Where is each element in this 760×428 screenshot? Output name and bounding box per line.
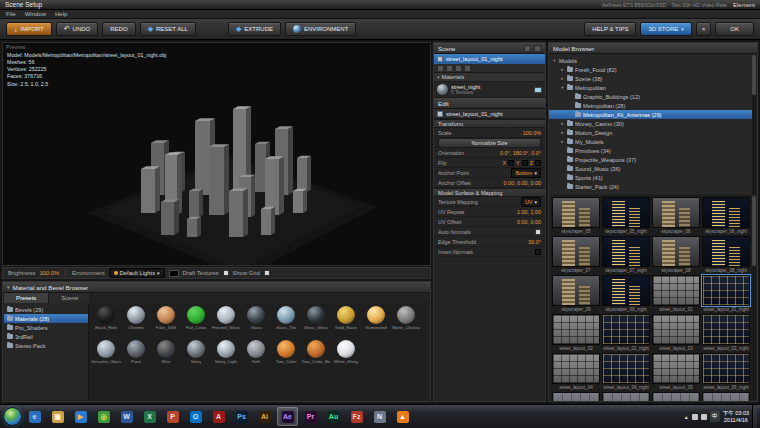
model-category-primitives-34[interactable]: Primitives (34) [549, 146, 753, 155]
taskbar-icon-outlook[interactable]: O [185, 407, 206, 426]
material-category-stereo-pack[interactable]: Stereo Pack [4, 341, 88, 350]
model-thumbnail-street-layout-03-night[interactable]: street_layout_03_night [702, 314, 750, 351]
volume-icon[interactable] [701, 414, 707, 420]
material-item-fake-sss[interactable]: Fake_SSS [151, 306, 181, 334]
model-category-projectile-weapons-37[interactable]: Projectile_Weapons (37) [549, 155, 753, 164]
scrollbar-thumb[interactable] [752, 55, 756, 95]
taskbar-icon-notepad[interactable]: N [369, 407, 390, 426]
material-item-illuminated[interactable]: Illuminated [361, 306, 391, 334]
taskbar-icon-illustrator[interactable]: Ai [254, 407, 275, 426]
add-group-icon[interactable] [524, 45, 531, 52]
store-button[interactable]: 3D STORE ▾ [640, 22, 691, 36]
material-item-white-shiny[interactable]: White_Shiny [331, 340, 361, 368]
taskbar-icon-premiere[interactable]: Pr [300, 407, 321, 426]
extrude-button[interactable]: ◆ EXTRUDE [228, 22, 281, 36]
taskbar-icon-word[interactable]: W [116, 407, 137, 426]
scene-item[interactable]: street_layout_01_night [434, 54, 545, 64]
model-category-models[interactable]: ▾Models [549, 56, 753, 65]
material-item-paint[interactable]: Paint [121, 340, 151, 368]
dropdown-anchor-point[interactable]: Bottom▾ [511, 168, 541, 178]
show-grid-checkbox[interactable] [264, 270, 270, 276]
tray-expand-icon[interactable]: ▲ [684, 414, 689, 420]
start-button[interactable] [3, 407, 22, 426]
isolate-icon[interactable] [455, 65, 462, 72]
model-thumbnail-street-no-buildings-01[interactable]: street_no_buildings_01 [552, 392, 600, 402]
material-item-glass[interactable]: Glass [241, 306, 271, 334]
material-item-matte-chakra[interactable]: Matte_Chakra [391, 306, 421, 334]
tab-scene[interactable]: Scene [49, 293, 91, 303]
property-value[interactable]: 0.0°, 180.0°, 0.0° [500, 150, 541, 156]
model-category-metropolitan[interactable]: ▾Metropolitan [549, 83, 753, 92]
material-item-soft[interactable]: Soft [241, 340, 271, 368]
menu-file[interactable]: File [6, 11, 16, 17]
model-category-scene-38[interactable]: ▸Scene (38) [549, 74, 753, 83]
model-thumbnail-skyscraper-06-night[interactable]: skyscraper_06_night [702, 197, 750, 234]
model-category-graphic-buildings-12[interactable]: Graphic_Buildings (12) [549, 92, 753, 101]
model-thumbnail-street-no-buildings-03[interactable]: street_no_buildings_03 [652, 392, 700, 402]
model-thumbnail-street-layout-02[interactable]: street_layout_02 [552, 314, 600, 351]
reset-all-button[interactable]: ◆ RESET ALL [140, 22, 196, 36]
taskbar-icon-powerpoint[interactable]: P [162, 407, 183, 426]
model-thumbnail-skyscraper-08[interactable]: skyscraper_08 [652, 236, 700, 273]
model-thumbnail-street-no-buildings-04[interactable]: street_no_buildings_04 [702, 392, 750, 402]
dropdown-texture-mapping[interactable]: UV▾ [521, 197, 541, 207]
checkbox-auto-normals[interactable] [535, 229, 541, 235]
flip-checkbox-x[interactable] [508, 160, 514, 166]
flip-checkbox-z[interactable] [535, 160, 541, 166]
environment-label[interactable]: Environment [72, 270, 105, 276]
property-value[interactable]: 0.00, 0.00 [517, 219, 541, 225]
property-value[interactable]: 1.00, 1.00 [517, 209, 541, 215]
show-desktop-button[interactable] [752, 405, 757, 428]
model-thumbnail-skyscraper-05-night[interactable]: skyscraper_05_night [602, 197, 650, 234]
tab-presets[interactable]: Presets [4, 293, 49, 303]
redo-button[interactable]: REDO [102, 22, 135, 36]
model-thumbnail-skyscraper-08-night[interactable]: skyscraper_08_night [702, 236, 750, 273]
lights-dropdown[interactable]: Default Lights ▾ [109, 268, 165, 278]
material-item-versalite-glass[interactable]: Versalite_Glass [91, 340, 121, 368]
property-value[interactable]: 100.0% [523, 130, 541, 136]
model-thumbnail-street-layout-03[interactable]: street_layout_03 [652, 314, 700, 351]
environment-button[interactable]: ENVIRONMENT [285, 22, 356, 36]
model-thumbnail-street-layout-01[interactable]: street_layout_01 [652, 275, 700, 312]
taskbar-icon-chrome[interactable]: ◎ [93, 407, 114, 426]
taskbar-icon-filezilla[interactable]: Fz [346, 407, 367, 426]
model-category-metropolitan-kit-antennas-29[interactable]: Metropolitan_Kit_Antennas (29) [549, 110, 753, 119]
model-category-sports-41[interactable]: Sports (41) [549, 173, 753, 182]
taskbar-icon-windows-explorer[interactable]: ▣ [47, 407, 68, 426]
add-folder-icon[interactable] [437, 65, 444, 72]
window-titlebar[interactable]: Scene Setup AeFrees ETS 866/9Gb/SSD · Te… [0, 0, 760, 10]
model-category-money-casino-30[interactable]: ▸Money_Casino (30) [549, 119, 753, 128]
material-item-frosted-glass[interactable]: Frosted_Glass [211, 306, 241, 334]
property-value[interactable]: 0.00, 0.00, 0.00 [504, 180, 541, 186]
preview-viewport[interactable]: Preview Model: Models/Metropolitan/Metro… [2, 42, 431, 266]
material-item-glass-gloss[interactable]: Glass_Gloss [301, 306, 331, 334]
checkbox-invert-normals[interactable] [535, 249, 541, 255]
model-thumbnail-skyscraper-05[interactable]: skyscraper_05 [552, 197, 600, 234]
taskbar-icon-photoshop[interactable]: Ps [231, 407, 252, 426]
taskbar-icon-media-player[interactable]: ▶ [70, 407, 91, 426]
taskbar-icon-acrobat[interactable]: A [208, 407, 229, 426]
model-thumbnail-skyscraper-06[interactable]: skyscraper_06 [652, 197, 700, 234]
duplicate-icon[interactable] [446, 65, 453, 72]
model-category-fresh-food-82[interactable]: ▸Fresh_Food (82) [549, 65, 753, 74]
model-thumbnail-skyscraper-07[interactable]: skyscraper_07 [552, 236, 600, 273]
material-category-bevels-29[interactable]: Bevels (29) [4, 305, 88, 314]
collapse-icon[interactable]: ▾ [7, 284, 10, 290]
model-thumbnail-street-layout-01-night[interactable]: street_layout_01_night [702, 275, 750, 312]
material-category-3rdrail[interactable]: 3rdRail [4, 332, 88, 341]
model-category-my-models[interactable]: ▸My_Models [549, 137, 753, 146]
model-category-motion-design[interactable]: ▸Motion_Design [549, 128, 753, 137]
model-thumbnail-skyscraper-09-night[interactable]: skyscraper_09_night [602, 275, 650, 312]
help-tips-button[interactable]: HELP & TIPS [584, 22, 636, 36]
network-icon[interactable] [692, 414, 698, 420]
model-thumbnail-street-layout-02-night[interactable]: street_layout_02_night [602, 314, 650, 351]
scene-material-item[interactable]: street_night 5 Textures [434, 82, 545, 98]
scrollbar-thumb[interactable] [752, 196, 756, 266]
material-item-chrome[interactable]: Chrome [121, 306, 151, 334]
model-category-metropolitan-28[interactable]: Metropolitan (28) [549, 101, 753, 110]
model-thumbnail-street-no-buildings-02[interactable]: street_no_buildings_02 [602, 392, 650, 402]
material-item-flat-color[interactable]: Flat_Color [181, 306, 211, 334]
model-category-starter-pack-24[interactable]: Starter_Pack (24) [549, 182, 753, 191]
import-button[interactable]: ↓ IMPORT [6, 22, 52, 36]
flip-checkbox-y[interactable] [522, 160, 528, 166]
